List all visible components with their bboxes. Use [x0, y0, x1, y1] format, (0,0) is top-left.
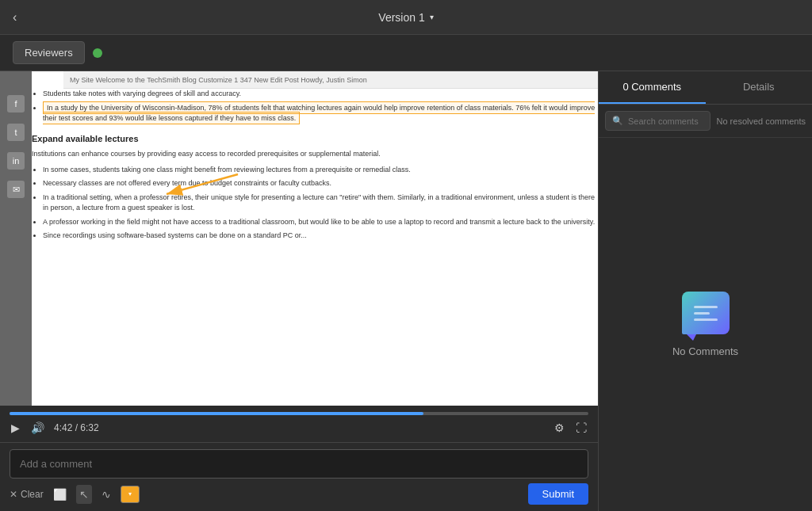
comment-icon-lines	[694, 306, 718, 321]
controls-row: ▶ 🔊 4:42 / 6:32 ⚙ ⛶	[10, 420, 588, 436]
doc-topbar-text: My Site Welcome to the TechSmith Blog Cu…	[70, 76, 367, 84]
curve-tool[interactable]: ∿	[98, 485, 114, 504]
doc-bullet-2: In a study by the University of Wisconsi…	[43, 103, 598, 124]
left-panel: f t in ✉ My Site Welcome to the TechSmit…	[0, 71, 598, 511]
comment-toolbar: ✕ Clear ⬜ ↖ ∿ ▾ Submit	[10, 483, 588, 505]
progress-fill	[10, 412, 423, 415]
doc-topbar: My Site Welcome to the TechSmith Blog Cu…	[63, 71, 598, 89]
doc-body1: Institutions can enhance courses by prov…	[32, 149, 598, 160]
right-tabs: 0 Comments Details	[599, 71, 812, 105]
right-panel: 0 Comments Details 🔍 No resolved comment…	[598, 71, 812, 511]
rectangle-tool[interactable]: ⬜	[50, 485, 70, 504]
tab-comments[interactable]: 0 Comments	[599, 71, 706, 104]
second-bar: Reviewers	[0, 35, 812, 71]
search-icon: 🔍	[612, 116, 623, 126]
comments-toolbar: 🔍 No resolved comments	[599, 105, 812, 138]
volume-button[interactable]: 🔊	[29, 420, 46, 436]
highlighted-text: In a study by the University of Wisconsi…	[43, 101, 595, 125]
progress-bar[interactable]	[10, 412, 588, 415]
back-button[interactable]: ‹	[13, 10, 17, 25]
tab-details[interactable]: Details	[706, 71, 813, 104]
doc-bullet-1: Students take notes with varying degrees…	[43, 89, 598, 100]
doc-bullet-3: In some cases, students taking one class…	[43, 165, 598, 176]
chevron-down-icon: ▾	[430, 13, 434, 21]
doc-heading: Expand available lectures	[32, 132, 598, 146]
doc-inner: f t in ✉ My Site Welcome to the TechSmit…	[0, 71, 598, 406]
doc-bullet-5: In a traditional setting, when a profess…	[43, 193, 598, 214]
clear-button[interactable]: ✕ Clear	[10, 489, 44, 500]
reviewers-button[interactable]: Reviewers	[13, 41, 85, 64]
resolved-label: No resolved comments	[717, 116, 806, 126]
email-icon: ✉	[7, 181, 25, 198]
ctrl-right: ⚙ ⛶	[553, 420, 588, 436]
no-comments-label: No Comments	[672, 345, 738, 357]
comment-line-1	[694, 306, 718, 308]
color-picker[interactable]: ▾	[121, 486, 140, 503]
submit-button[interactable]: Submit	[528, 483, 588, 505]
linkedin-icon: in	[7, 152, 25, 170]
search-input[interactable]	[628, 116, 703, 126]
facebook-icon: f	[7, 95, 25, 112]
play-button[interactable]: ▶	[10, 420, 21, 436]
version-selector[interactable]: Version 1 ▾	[378, 11, 433, 24]
online-indicator	[93, 48, 102, 58]
main-layout: f t in ✉ My Site Welcome to the TechSmit…	[0, 71, 812, 511]
top-bar: ‹ Version 1 ▾	[0, 0, 812, 35]
no-comments-area: No Comments	[599, 138, 812, 511]
time-display: 4:42 / 6:32	[54, 422, 99, 433]
arrow-tool[interactable]: ↖	[76, 485, 92, 504]
settings-button[interactable]: ⚙	[553, 420, 566, 436]
comment-line-3	[694, 318, 718, 321]
version-label: Version 1	[378, 11, 424, 24]
doc-sidebar: f t in ✉	[0, 71, 32, 406]
comment-line-2	[694, 312, 710, 315]
doc-bullet-6: A professor working in the field might n…	[43, 217, 598, 228]
twitter-icon: t	[7, 124, 25, 141]
comment-area: ✕ Clear ⬜ ↖ ∿ ▾ Submit	[0, 442, 598, 511]
doc-bullet-7: Since recordings using software-based sy…	[43, 231, 598, 242]
fullscreen-button[interactable]: ⛶	[574, 420, 588, 436]
video-controls: ▶ 🔊 4:42 / 6:32 ⚙ ⛶	[0, 406, 598, 442]
document-viewer: f t in ✉ My Site Welcome to the TechSmit…	[0, 71, 598, 406]
doc-body: Students take notes with varying degrees…	[32, 89, 598, 242]
doc-bullet-4: Necessary classes are not offered every …	[43, 178, 598, 189]
clear-label: Clear	[21, 489, 44, 500]
back-icon: ‹	[13, 10, 17, 25]
x-icon: ✕	[10, 489, 17, 500]
comment-empty-icon	[682, 292, 730, 334]
comment-input[interactable]	[10, 449, 588, 479]
search-comments-container: 🔍	[605, 111, 710, 131]
